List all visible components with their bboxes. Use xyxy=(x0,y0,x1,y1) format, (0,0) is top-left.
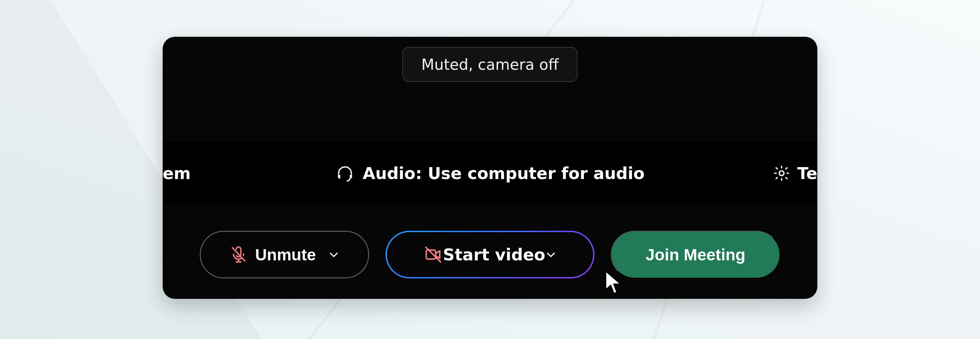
av-status-text: Muted, camera off xyxy=(421,56,558,73)
mic-muted-icon xyxy=(229,245,248,264)
join-meeting-button[interactable]: Join Meeting xyxy=(611,231,780,279)
left-partial-label: em xyxy=(163,164,191,183)
chevron-down-icon[interactable] xyxy=(545,249,557,260)
unmute-label: Unmute xyxy=(255,245,316,264)
right-partial-label: Te xyxy=(797,164,817,183)
camera-off-icon xyxy=(423,245,443,264)
audio-option-label: Audio: Use computer for audio xyxy=(363,164,644,183)
audio-option[interactable]: Audio: Use computer for audio xyxy=(336,164,644,183)
start-video-label: Start video xyxy=(443,245,546,264)
meeting-join-panel: Muted, camera off em Audio: Use computer… xyxy=(163,37,817,299)
join-meeting-label: Join Meeting xyxy=(646,245,745,264)
av-status-badge: Muted, camera off xyxy=(402,47,578,82)
right-partial-option[interactable]: Te xyxy=(773,142,817,205)
chevron-down-icon[interactable] xyxy=(328,249,340,260)
left-partial-option[interactable]: em xyxy=(163,142,191,205)
options-strip: em Audio: Use computer for audio Te xyxy=(163,142,817,205)
headset-icon xyxy=(336,164,355,183)
svg-point-0 xyxy=(779,171,784,176)
gear-icon xyxy=(773,164,791,182)
unmute-button[interactable]: Unmute xyxy=(200,231,369,279)
start-video-button[interactable]: Start video xyxy=(385,231,595,279)
controls-row: Unmute Start video xyxy=(163,231,817,279)
